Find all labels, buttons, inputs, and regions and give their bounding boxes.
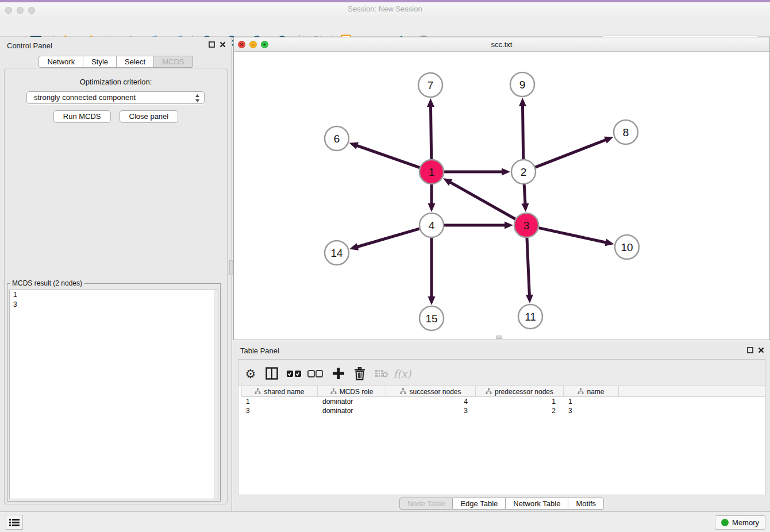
graph-node-label: 6 — [334, 133, 340, 145]
column-header-shared-name[interactable]: shared name — [241, 386, 318, 397]
close-table-panel-icon[interactable] — [758, 347, 764, 353]
main-toolbar — [0, 16, 770, 37]
toggle-column-panel-icon[interactable] — [263, 365, 280, 382]
table-cell: 3 — [564, 406, 619, 415]
result-scrollbar[interactable] — [214, 290, 218, 499]
control-panel-tabs: NetworkStyleSelectMCDS — [0, 56, 232, 68]
graph-edge-3-10[interactable] — [538, 228, 607, 243]
close-panel-icon[interactable] — [220, 41, 226, 48]
graph-node-label: 4 — [429, 219, 435, 232]
graph-node-label: 14 — [330, 247, 343, 259]
function-builder-icon-disabled: f(x) — [394, 365, 411, 382]
optimization-criterion-dropdown[interactable]: strongly connected component — [26, 91, 205, 104]
graph-edge-arrowhead — [427, 98, 434, 107]
table-row[interactable]: 1dominator411 — [241, 397, 765, 406]
status-bar: Memory — [0, 511, 770, 532]
delete-table-icon-disabled — [373, 365, 390, 382]
table-cell: 1 — [564, 397, 619, 406]
graph-node-label: 7 — [428, 79, 434, 91]
mcds-result-title: MCDS result (2 nodes) — [10, 279, 84, 287]
task-history-button[interactable] — [6, 515, 23, 530]
float-panel-icon[interactable] — [209, 41, 215, 48]
node-table-container: ⚙ f(x) — [238, 359, 765, 495]
table-cell: dominator — [318, 397, 386, 406]
close-panel-button[interactable]: Close panel — [120, 110, 179, 123]
mcds-result-line: 1 — [10, 290, 218, 300]
graph-edge-arrowhead — [526, 295, 533, 303]
delete-column-trash-icon[interactable] — [351, 365, 368, 382]
graph-node-label: 3 — [523, 219, 530, 232]
graph-edge-3-11[interactable] — [527, 238, 530, 297]
column-header-mcds-role[interactable]: MCDS role — [318, 386, 386, 397]
node-table[interactable]: shared nameMCDS rolesuccessor nodesprede… — [241, 386, 765, 415]
control-panel-title: Control Panel — [7, 41, 52, 50]
table-cell: 1 — [476, 397, 564, 406]
graph-edge-arrowhead — [519, 98, 526, 106]
graph-edge-arrowhead — [521, 203, 529, 212]
graph-edge-arrowhead — [428, 203, 436, 212]
graph-edge-1-7[interactable] — [430, 105, 431, 159]
tab-select[interactable]: Select — [117, 56, 154, 68]
memory-status-icon — [721, 519, 729, 526]
deselect-all-rows-icon[interactable] — [307, 365, 324, 382]
graph-node-label: 8 — [623, 126, 629, 138]
mcds-result-line: 3 — [10, 300, 218, 310]
tab-style[interactable]: Style — [83, 56, 117, 68]
graph-node-label: 15 — [425, 313, 437, 325]
application-window: Session: New Session — [0, 0, 770, 532]
graph-edge-2-3[interactable] — [524, 184, 525, 206]
network-view-window: ✕ − + scc.txt 7968124314101511 — [233, 37, 770, 340]
column-header-predecessor-nodes[interactable]: predecessor nodes — [476, 386, 564, 397]
graph-node-label: 10 — [621, 241, 633, 253]
graph-edge-3-1[interactable] — [449, 182, 515, 219]
add-column-icon[interactable] — [330, 365, 347, 382]
network-resize-grip[interactable] — [496, 336, 502, 339]
run-mcds-button[interactable]: Run MCDS — [53, 110, 111, 123]
list-icon — [9, 518, 20, 526]
network-canvas[interactable]: 7968124314101511 — [234, 52, 769, 340]
table-panel: Table Panel ⚙ — [233, 343, 770, 511]
table-row[interactable]: 3dominator323 — [241, 406, 765, 415]
table-cell: 2 — [476, 406, 564, 415]
table-header-row: shared nameMCDS rolesuccessor nodesprede… — [241, 386, 765, 397]
table-panel-title: Table Panel — [240, 346, 279, 355]
tab-motifs[interactable]: Motifs — [568, 498, 604, 510]
panel-splitter-handle[interactable] — [229, 260, 233, 275]
table-settings-gear-icon[interactable]: ⚙ — [242, 365, 259, 382]
app-titlebar: Session: New Session — [0, 2, 770, 16]
select-all-rows-icon[interactable] — [286, 365, 303, 382]
graph-edge-arrowhead — [349, 243, 359, 250]
tab-network-table[interactable]: Network Table — [506, 498, 568, 510]
window-title: Session: New Session — [0, 2, 770, 16]
table-panel-tabs: Node TableEdge TableNetwork TableMotifs — [233, 498, 770, 510]
tab-edge-table[interactable]: Edge Table — [453, 498, 506, 510]
column-header-successor-nodes[interactable]: successor nodes — [386, 386, 476, 397]
graph-node-label: 1 — [429, 166, 435, 178]
graph-edge-arrowhead — [502, 168, 510, 176]
column-header-name[interactable]: name — [564, 386, 619, 397]
tab-network[interactable]: Network — [38, 56, 83, 68]
network-graph[interactable]: 7968124314101511 — [234, 52, 769, 340]
tab-mcds[interactable]: MCDS — [154, 56, 192, 68]
mcds-result-textarea[interactable]: 13 — [9, 290, 218, 499]
graph-edge-4-14[interactable] — [356, 229, 419, 247]
tab-node-table[interactable]: Node Table — [399, 498, 453, 510]
graph-edge-1-6[interactable] — [355, 145, 419, 167]
optimization-criterion-label: Optimization criterion: — [5, 78, 227, 86]
table-cell: 3 — [241, 406, 318, 415]
network-window-titlebar[interactable]: ✕ − + scc.txt — [234, 37, 769, 52]
graph-edge-arrowhead — [349, 142, 359, 149]
network-window-title: scc.txt — [234, 37, 769, 52]
table-cell: 1 — [241, 397, 318, 406]
graph-node-label: 9 — [519, 79, 526, 91]
graph-edge-2-8[interactable] — [536, 139, 608, 167]
mcds-panel: Optimization criterion: strongly connect… — [4, 68, 228, 504]
table-toolbar: ⚙ f(x) — [238, 360, 765, 386]
dropdown-stepper-icon — [195, 94, 200, 106]
graph-edge-arrowhead — [505, 222, 513, 229]
memory-button[interactable]: Memory — [715, 515, 765, 530]
control-panel: Control Panel NetworkStyleSelectMCDS Opt… — [0, 37, 232, 511]
table-cell: 4 — [386, 397, 476, 406]
float-table-panel-icon[interactable] — [747, 347, 753, 353]
graph-edge-2-9[interactable] — [522, 104, 523, 159]
